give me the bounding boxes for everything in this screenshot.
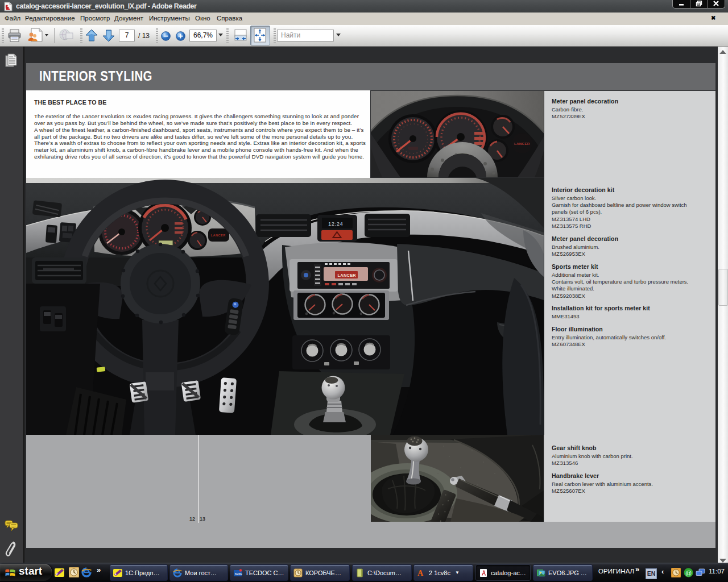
- svg-text:A: A: [417, 569, 424, 577]
- svg-text:@: @: [685, 569, 692, 576]
- svg-text:LANCER: LANCER: [514, 142, 530, 146]
- svg-text:LANCER: LANCER: [338, 273, 357, 278]
- svg-text:TecDo: TecDo: [235, 573, 242, 576]
- svg-text:12:24: 12:24: [328, 221, 343, 227]
- svg-text:LANCER: LANCER: [211, 234, 226, 237]
